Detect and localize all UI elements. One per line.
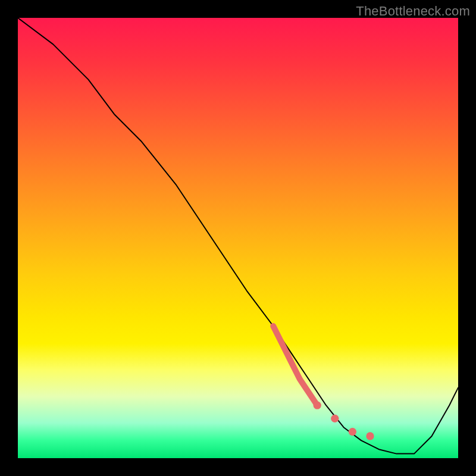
plot-area <box>18 18 458 458</box>
bottleneck-curve <box>18 18 458 454</box>
highlight-dot <box>314 402 321 409</box>
watermark-text: TheBottleneck.com <box>356 4 470 19</box>
highlight-segment <box>273 326 317 405</box>
highlight-dot <box>366 432 374 440</box>
chart-svg <box>18 18 458 458</box>
highlight-cluster <box>273 326 374 440</box>
highlight-dot <box>349 428 356 436</box>
chart-container: TheBottleneck.com <box>0 0 476 476</box>
highlight-dot <box>331 415 339 422</box>
